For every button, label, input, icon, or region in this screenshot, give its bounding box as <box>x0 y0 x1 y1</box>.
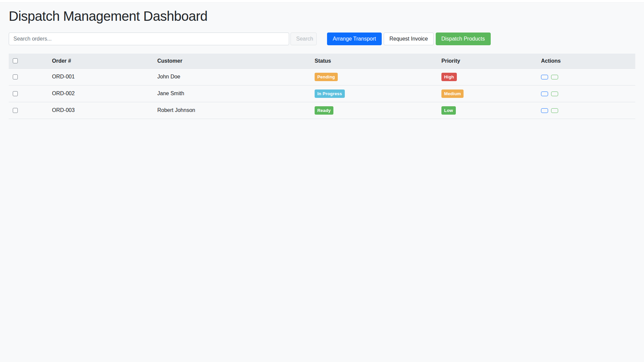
table-row: ORD-002 Jane Smith In Progress Medium <box>9 85 635 102</box>
status-cell: Ready <box>311 102 437 119</box>
table-row: ORD-003 Robert Johnson Ready Low <box>9 102 635 119</box>
action-button-primary[interactable] <box>541 92 548 96</box>
priority-cell: Medium <box>437 85 537 102</box>
priority-badge: Low <box>441 106 456 115</box>
action-button-success[interactable] <box>551 75 558 79</box>
status-badge: Ready <box>315 106 333 115</box>
order-cell: ORD-001 <box>48 68 153 85</box>
customer-cell: John Doe <box>153 68 311 85</box>
status-badge: Pending <box>315 73 338 81</box>
top-strip <box>0 0 644 3</box>
select-cell <box>9 85 48 102</box>
arrange-transport-button[interactable]: Arrange Transport <box>327 33 382 45</box>
priority-badge: High <box>441 73 457 81</box>
column-header-customer: Customer <box>153 54 311 68</box>
priority-badge: Medium <box>441 89 464 98</box>
select-cell <box>9 68 48 85</box>
actions-cell <box>537 102 635 119</box>
toolbar-button-group: Arrange Transport Request Invoice Dispat… <box>327 33 491 45</box>
select-all-header <box>9 54 48 68</box>
action-button-primary[interactable] <box>541 75 548 79</box>
customer-cell: Robert Johnson <box>153 102 311 119</box>
search-input[interactable] <box>9 33 289 45</box>
column-header-status: Status <box>311 54 437 68</box>
action-button-primary[interactable] <box>541 108 548 113</box>
main-container: Dispatch Management Dashboard Search Arr… <box>0 9 644 119</box>
order-cell: ORD-002 <box>48 85 153 102</box>
select-all-checkbox[interactable] <box>13 58 18 63</box>
priority-cell: High <box>437 68 537 85</box>
orders-table: Order # Customer Status Priority Actions… <box>9 54 635 119</box>
select-cell <box>9 102 48 119</box>
row-checkbox[interactable] <box>13 91 18 96</box>
table-header-row: Order # Customer Status Priority Actions <box>9 54 635 68</box>
status-badge: In Progress <box>315 89 345 98</box>
status-cell: Pending <box>311 68 437 85</box>
priority-cell: Low <box>437 102 537 119</box>
toolbar: Search Arrange Transport Request Invoice… <box>9 33 635 45</box>
customer-cell: Jane Smith <box>153 85 311 102</box>
action-button-success[interactable] <box>551 92 558 96</box>
column-header-order: Order # <box>48 54 153 68</box>
column-header-actions: Actions <box>537 54 635 68</box>
status-cell: In Progress <box>311 85 437 102</box>
row-checkbox[interactable] <box>13 108 18 113</box>
row-checkbox[interactable] <box>13 74 18 79</box>
dispatch-products-button[interactable]: Dispatch Products <box>436 33 491 45</box>
action-button-success[interactable] <box>551 108 558 113</box>
order-cell: ORD-003 <box>48 102 153 119</box>
page-title: Dispatch Management Dashboard <box>9 9 635 24</box>
actions-cell <box>537 68 635 85</box>
table-row: ORD-001 John Doe Pending High <box>9 68 635 85</box>
search-button[interactable]: Search <box>290 33 317 45</box>
request-invoice-button[interactable]: Request Invoice <box>384 33 434 45</box>
column-header-priority: Priority <box>437 54 537 68</box>
actions-cell <box>537 85 635 102</box>
